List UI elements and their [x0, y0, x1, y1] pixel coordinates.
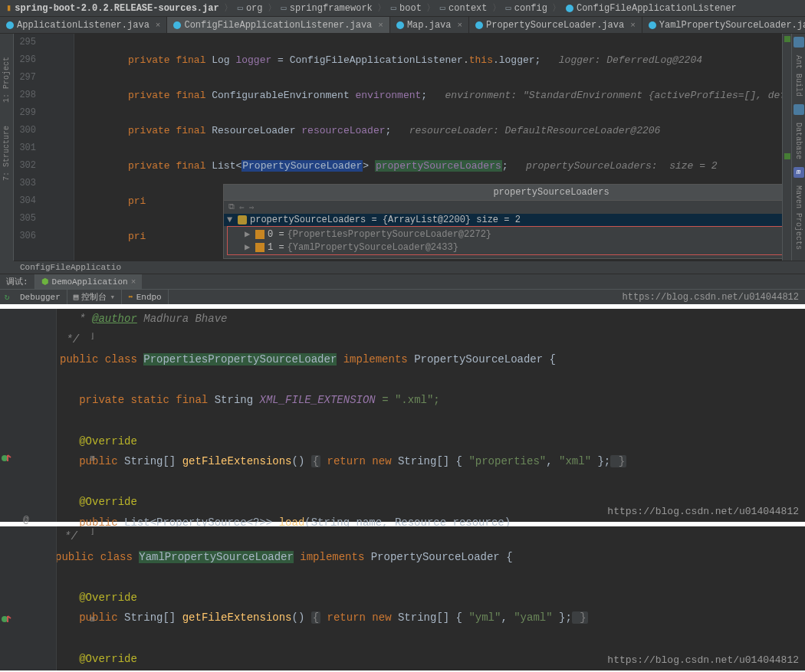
keyword: final: [176, 125, 205, 136]
fold-brace[interactable]: {: [311, 455, 320, 467]
type: PropertySourceLoader: [414, 353, 543, 366]
code-panel-properties-loader[interactable]: @ ⌋ ⊞ * @author Madhura Bhave */ public …: [0, 309, 805, 522]
keyword: pri: [128, 231, 146, 242]
rerun-icon[interactable]: ↻: [0, 292, 14, 302]
type: String: [124, 611, 163, 624]
inline-debug-hint: propertySourceLoaders: size = 2: [526, 160, 718, 172]
breadcrumb-part[interactable]: springframework: [290, 3, 373, 14]
close-icon[interactable]: ×: [630, 21, 636, 30]
debugger-tab[interactable]: Debugger: [14, 290, 67, 304]
fold-plus-icon[interactable]: ⊞: [88, 615, 97, 624]
debug-tab-app[interactable]: ⬢ DemoApplication ×: [35, 274, 143, 289]
folder-icon: ▭: [391, 2, 396, 14]
index-icon: [255, 243, 264, 252]
class-name: YamlPropertySourceLoader: [139, 551, 294, 563]
close-icon[interactable]: ×: [131, 277, 136, 287]
forward-icon[interactable]: ⇒: [249, 202, 255, 212]
back-icon[interactable]: ⇐: [239, 202, 245, 212]
tool-maven[interactable]: Maven Projects: [794, 185, 803, 250]
breadcrumb-part[interactable]: org: [246, 3, 263, 14]
editor-breadcrumb[interactable]: ConfigFileApplicatio: [14, 261, 805, 274]
type: String: [124, 455, 163, 467]
java-class-icon: [475, 21, 483, 29]
tool-project[interactable]: 1: Project: [2, 57, 11, 103]
folder-icon: ▮: [6, 2, 12, 14]
tool-database[interactable]: Database: [794, 123, 803, 159]
debug-tree-root[interactable]: ▼ propertySourceLoaders = {ArrayList@220…: [224, 214, 782, 226]
scrollbar-track[interactable]: [782, 34, 791, 261]
fold-brace[interactable]: }: [610, 455, 626, 467]
line-number: 300: [14, 122, 36, 139]
debug-index: 0 =: [268, 229, 284, 240]
breadcrumb-part[interactable]: config: [514, 3, 547, 14]
fold-brace[interactable]: }: [572, 611, 588, 624]
fold-plus-icon[interactable]: ⊞: [88, 454, 97, 463]
debug-tree-item[interactable]: ▶ 0 = {PropertiesPropertySourceLoader@22…: [228, 228, 782, 241]
debug-tab-label: 调试:: [0, 274, 35, 289]
svg-point-0: [2, 455, 8, 461]
tab-yaml-loader[interactable]: YamlPropertySourceLoader.java×: [642, 17, 805, 33]
highlight-box: ▶ 0 = {PropertiesPropertySourceLoader@22…: [227, 226, 782, 255]
chevron-right-icon[interactable]: ▶: [245, 241, 252, 253]
type: String: [398, 611, 436, 624]
fold-end-icon[interactable]: ⌋: [88, 528, 97, 536]
field: logger: [235, 54, 271, 66]
console-tab[interactable]: ▤控制台▾: [67, 290, 122, 304]
breadcrumb-jar[interactable]: spring-boot-2.0.2.RELEASE-sources.jar: [15, 3, 219, 14]
keyword: return: [320, 611, 372, 624]
annotation: @Override: [79, 496, 137, 508]
debug-evaluate-popup[interactable]: propertySourceLoaders ⧉ ⇐ ⇒ ▼ propertySo…: [223, 184, 782, 259]
endpoints-tab[interactable]: ⬌Endpo: [122, 290, 169, 304]
field-icon: [238, 215, 247, 225]
breadcrumb-part[interactable]: context: [449, 3, 487, 14]
breadcrumb-part[interactable]: boot: [399, 3, 422, 14]
line-number: 297: [14, 69, 36, 87]
close-icon[interactable]: ×: [458, 21, 463, 30]
tab-application-listener[interactable]: ApplicationListener.java×: [0, 17, 167, 33]
type: ResourceLoader: [212, 125, 295, 136]
maven-icon[interactable]: m: [794, 167, 804, 178]
field: propertySourceLoaders: [375, 160, 502, 172]
type: Log: [212, 54, 229, 66]
watermark: https://blog.csdn.net/u014044812: [623, 292, 805, 303]
line-number: 302: [14, 157, 36, 175]
line-number: 295: [14, 34, 36, 51]
code-panel-yaml-loader[interactable]: ⌋ ⊞ */ public class YamlPropertySourceLo…: [0, 526, 805, 670]
chevron-right-icon[interactable]: ▶: [245, 228, 252, 240]
code-editor[interactable]: private final Log logger = ConfigFileApp…: [74, 34, 782, 261]
run-line-marker-icon[interactable]: [2, 453, 12, 464]
run-line-marker-icon[interactable]: [2, 614, 12, 624]
keyword: final: [176, 160, 205, 172]
ant-icon[interactable]: [794, 37, 804, 48]
database-icon[interactable]: [794, 104, 804, 115]
keyword: return: [320, 455, 372, 467]
close-icon[interactable]: ×: [156, 21, 161, 30]
debug-value: {YamlPropertySourceLoader@2433}: [288, 242, 458, 253]
type: ConfigurableEnvironment: [212, 90, 349, 101]
method-name: getFileExtensions: [182, 455, 292, 467]
folder-icon: ▭: [238, 2, 243, 14]
string-literal: = ".xml";: [376, 394, 440, 406]
copy-icon[interactable]: ⧉: [228, 202, 235, 212]
fold-end-icon[interactable]: ⌋: [88, 333, 97, 341]
tab-property-source-loader[interactable]: PropertySourceLoader.java×: [469, 17, 642, 33]
class-icon: [566, 5, 573, 12]
type: String: [215, 394, 253, 406]
endpoints-icon: ⬌: [128, 292, 133, 302]
keyword: public: [55, 551, 94, 563]
debug-tree-item[interactable]: ▶ 1 = {YamlPropertySourceLoader@2433}: [228, 241, 782, 254]
chevron-down-icon[interactable]: ▼: [227, 215, 235, 225]
index-icon: [255, 230, 264, 239]
tab-map[interactable]: Map.java×: [390, 17, 469, 33]
folder-icon: ▭: [440, 2, 445, 14]
tool-structure[interactable]: 7: Structure: [2, 126, 11, 181]
tab-configfile-listener[interactable]: ConfigFileApplicationListener.java×: [167, 17, 389, 33]
tab-label: ConfigFileApplicationListener.java: [184, 20, 372, 31]
keyword: implements: [300, 551, 364, 563]
breadcrumb-part[interactable]: ConfigFileApplicationListener: [577, 3, 737, 14]
tool-ant-build[interactable]: Ant Build: [794, 55, 803, 97]
close-icon[interactable]: ×: [378, 21, 383, 30]
fold-brace[interactable]: {: [311, 611, 320, 624]
keyword: private: [128, 160, 170, 172]
watermark: https://blog.csdn.net/u014044812: [607, 654, 799, 666]
